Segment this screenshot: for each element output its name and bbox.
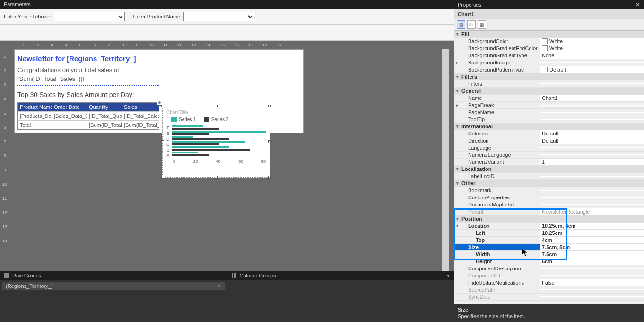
- chart-plot-area: [172, 125, 266, 158]
- vertical-scrollbar[interactable]: [442, 49, 449, 271]
- left-pane: Parameters Enter Year of choice: Enter P…: [0, 0, 454, 322]
- prop-fill[interactable]: ▾Fill: [454, 31, 644, 38]
- prop-filters[interactable]: ▾Filters: [454, 73, 644, 80]
- properties-header: Properties ✕: [454, 0, 644, 9]
- column-groups-header: Column Groups ▼: [227, 271, 454, 280]
- prop-tooltip[interactable]: ToolTip: [454, 116, 644, 123]
- svg-rect-5: [235, 273, 236, 278]
- prop-direction[interactable]: DirectionDefault: [454, 137, 644, 144]
- data-table[interactable]: Product Name[Products_Data_TotalOrder Da…: [17, 102, 159, 130]
- prop-syncdate[interactable]: SyncDate: [454, 294, 644, 301]
- prop-sourcepath[interactable]: SourcePath: [454, 286, 644, 294]
- prop-numerallanguage[interactable]: NumeralLanguage: [454, 152, 644, 159]
- chart-value-axis: 020406080: [166, 159, 266, 164]
- app-root: Parameters Enter Year of choice: Enter P…: [0, 0, 644, 322]
- alphabetical-button[interactable]: A↓: [467, 20, 476, 29]
- param-product-select[interactable]: [183, 12, 254, 21]
- resize-handle-ne[interactable]: [268, 105, 271, 107]
- report-congrats-1[interactable]: Congratulations on your total sales of: [17, 64, 300, 75]
- prop-other[interactable]: ▾Other: [454, 180, 644, 187]
- prop-localization[interactable]: ▾Localization: [454, 166, 644, 173]
- row-groups-label: Row Groups: [12, 273, 41, 278]
- resize-handle-s[interactable]: [215, 176, 218, 179]
- report-congrats-2[interactable]: [Sum(ID_Total_Sales_)]!: [17, 75, 300, 84]
- chart-title-placeholder[interactable]: Chart Title: [166, 110, 266, 115]
- resize-handle-w[interactable]: [161, 140, 164, 143]
- prop-parent[interactable]: ParentNewsletterRectangle: [454, 208, 644, 215]
- chevron-down-icon[interactable]: ▼: [218, 284, 221, 288]
- parameters-row: Enter Year of choice: Enter Product Name…: [0, 9, 454, 25]
- prop-backgroundpatterntype[interactable]: BackgroundPatternTypeDefault: [454, 66, 644, 73]
- row-group-item[interactable]: (Regions_Territory_) ▼: [2, 282, 225, 290]
- column-groups-label: Column Groups: [240, 273, 276, 278]
- prop-position[interactable]: ▾Position: [454, 215, 644, 223]
- prop-pagename[interactable]: PageName: [454, 109, 644, 116]
- resize-handle-se[interactable]: [268, 176, 271, 179]
- ruler-horizontal: · · 1· · 2· · 3· · 4· · 5· · 6· · 7· · 8…: [9, 41, 441, 49]
- prop-left[interactable]: Left10.25cm: [454, 230, 644, 237]
- design-surface[interactable]: · · 1· · 2· · 3· · 4· · 5· · 6· · 7· · 8…: [0, 41, 454, 271]
- svg-rect-0: [4, 273, 9, 275]
- selected-object-name[interactable]: Chart1: [454, 9, 644, 19]
- prop-backgroundgradienttype[interactable]: BackgroundGradientTypeNone: [454, 52, 644, 59]
- prop-documentmaplabel[interactable]: DocumentMapLabel: [454, 201, 644, 208]
- groups-panel: Row Groups (Regions_Territory_) ▼ Column…: [0, 271, 454, 322]
- svg-rect-2: [4, 277, 9, 278]
- prop-size[interactable]: ▾Size7.5cm, 5cm: [454, 244, 644, 251]
- prop-componentid[interactable]: ComponentID: [454, 272, 644, 279]
- prop-backgroundimage[interactable]: ▸BackgroundImage: [454, 59, 644, 66]
- prop-international[interactable]: ▾International: [454, 123, 644, 130]
- prop-bookmark[interactable]: Bookmark: [454, 187, 644, 194]
- prop-hideupdatenotifications[interactable]: HideUpdateNotificationsFalse: [454, 279, 644, 286]
- row-group-item-label: (Regions_Territory_): [6, 283, 53, 289]
- param-product-label: Enter Product Name:: [133, 14, 182, 19]
- parameters-blank: [0, 25, 454, 41]
- prop-location[interactable]: ▾Location10.25cm, 4cm: [454, 223, 644, 230]
- properties-toolbar: ▤ A↓ ▦: [454, 19, 644, 31]
- divider: [17, 85, 159, 86]
- property-description-body: Specifies the size of the item.: [458, 313, 640, 319]
- report-canvas[interactable]: Newsletter for [Regions_Territory_] Cong…: [14, 49, 304, 133]
- categorized-button[interactable]: ▤: [457, 20, 465, 29]
- row-groups-icon: [4, 273, 9, 278]
- column-groups-icon: [231, 273, 237, 278]
- prop-top[interactable]: Top4cm: [454, 237, 644, 244]
- prop-language[interactable]: Language: [454, 144, 644, 152]
- property-description-title: Size: [458, 307, 640, 313]
- properties-pane: Properties ✕ Chart1 ▤ A↓ ▦ ▾FillBackgrou…: [454, 0, 644, 322]
- param-year-label: Enter Year of choice:: [4, 14, 52, 19]
- prop-backgroundcolor[interactable]: BackgroundColorWhite: [454, 38, 644, 45]
- prop-name[interactable]: NameChart1: [454, 95, 644, 102]
- column-groups-menu-icon[interactable]: ▼: [446, 274, 450, 278]
- resize-handle-nw[interactable]: [161, 105, 164, 107]
- resize-handle-n[interactable]: [215, 105, 218, 107]
- resize-handle-e[interactable]: [268, 140, 271, 143]
- row-groups-header: Row Groups: [0, 271, 227, 280]
- svg-rect-1: [4, 275, 9, 277]
- property-pages-button[interactable]: ▦: [478, 20, 486, 29]
- report-title[interactable]: Newsletter for [Regions_Territory_]: [17, 53, 300, 64]
- prop-filters[interactable]: Filters: [454, 80, 644, 88]
- prop-backgroundgradientendcolor[interactable]: BackgroundGradientEndColorWhite: [454, 45, 644, 52]
- prop-pagebreak[interactable]: ▸PageBreak: [454, 102, 644, 109]
- prop-customproperties[interactable]: CustomProperties: [454, 194, 644, 201]
- prop-calendar[interactable]: CalendarDefault: [454, 130, 644, 137]
- parameters-header: Parameters: [0, 0, 454, 9]
- svg-rect-3: [232, 273, 233, 278]
- prop-height[interactable]: Height5cm: [454, 258, 644, 265]
- close-icon[interactable]: ✕: [635, 1, 640, 8]
- prop-labellocid[interactable]: LabelLocID: [454, 173, 644, 180]
- property-description: Size Specifies the size of the item.: [454, 304, 644, 322]
- prop-width[interactable]: Width7.5cm: [454, 251, 644, 258]
- resize-handle-sw[interactable]: [161, 176, 164, 179]
- chart-legend: Series 1Series 2: [166, 117, 266, 122]
- chart-category-axis: FEDCBA: [166, 125, 172, 158]
- ruler-vertical: 1234567891011121314: [0, 49, 9, 271]
- properties-grid[interactable]: ▾FillBackgroundColorWhiteBackgroundGradi…: [454, 31, 644, 304]
- prop-componentdescription[interactable]: ComponentDescription: [454, 265, 644, 272]
- svg-rect-4: [234, 273, 235, 278]
- prop-numeralvariant[interactable]: NumeralVariant1: [454, 159, 644, 166]
- chart-object[interactable]: ✥ Chart Title Series 1Series 2 FEDCBA: [162, 106, 270, 178]
- param-year-select[interactable]: [54, 12, 125, 21]
- prop-general[interactable]: ▾General: [454, 88, 644, 95]
